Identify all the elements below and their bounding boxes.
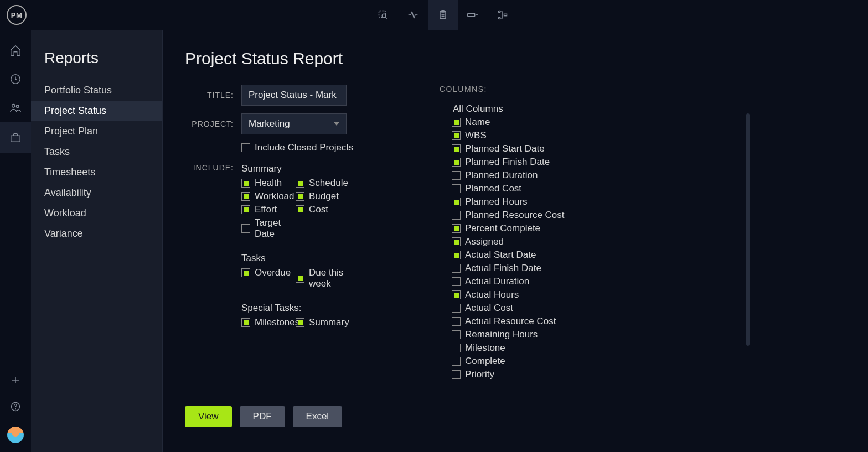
top-icons bbox=[368, 0, 518, 30]
svg-point-10 bbox=[499, 17, 500, 19]
col-label-planned-start-date: Planned Start Date bbox=[465, 143, 545, 154]
clock-icon[interactable] bbox=[9, 72, 22, 86]
checkbox-col-planned-start-date[interactable] bbox=[452, 144, 461, 153]
label-project: PROJECT: bbox=[185, 120, 234, 128]
svg-line-2 bbox=[385, 17, 387, 18]
checkbox-col-planned-resource-cost[interactable] bbox=[452, 211, 461, 220]
columns-panel: COLUMNS: All Columns NameWBSPlanned Star… bbox=[440, 85, 611, 382]
col-label-assigned: Assigned bbox=[465, 236, 504, 247]
checkbox-cost[interactable] bbox=[296, 205, 304, 214]
checkbox-col-priority[interactable] bbox=[452, 370, 461, 379]
title-input[interactable] bbox=[241, 85, 347, 106]
col-label-complete: Complete bbox=[465, 356, 505, 367]
include-closed-label: Include Closed Projects bbox=[255, 142, 354, 153]
clipboard-icon[interactable] bbox=[428, 0, 458, 30]
checkbox-col-planned-duration[interactable] bbox=[452, 171, 461, 180]
help-icon[interactable] bbox=[9, 400, 22, 413]
checkbox-col-name[interactable] bbox=[452, 118, 461, 127]
checkbox-overdue[interactable] bbox=[241, 268, 250, 277]
col-label-planned-duration: Planned Duration bbox=[465, 170, 538, 181]
columns-scrollbar[interactable] bbox=[746, 113, 750, 346]
sidebar-item-workload[interactable]: Workload bbox=[31, 203, 162, 224]
view-button[interactable]: View bbox=[185, 406, 232, 427]
page-heading: Project Status Report bbox=[185, 49, 846, 68]
checkbox-all-columns[interactable] bbox=[440, 105, 448, 113]
checkbox-include-closed[interactable] bbox=[241, 143, 250, 152]
checkbox-col-actual-duration[interactable] bbox=[452, 277, 461, 286]
checkbox-col-actual-hours[interactable] bbox=[452, 290, 461, 299]
sidebar-item-availability[interactable]: Availability bbox=[31, 183, 162, 203]
pulse-icon[interactable] bbox=[398, 0, 428, 30]
checkbox-effort[interactable] bbox=[241, 205, 250, 214]
app-logo: PM bbox=[7, 5, 27, 25]
col-label-planned-finish-date: Planned Finish Date bbox=[465, 157, 550, 168]
tasks-title: Tasks bbox=[241, 253, 373, 264]
all-columns-label: All Columns bbox=[453, 103, 503, 115]
checkbox-milestones[interactable] bbox=[241, 318, 250, 327]
col-label-remaining-hours: Remaining Hours bbox=[465, 329, 538, 340]
project-value: Marketing bbox=[249, 118, 290, 129]
chevron-down-icon bbox=[334, 122, 339, 126]
checkbox-col-planned-cost[interactable] bbox=[452, 184, 461, 193]
nav-rail bbox=[0, 30, 31, 452]
sidebar: Reports Portfolio StatusProject StatusPr… bbox=[31, 30, 163, 452]
project-select[interactable]: Marketing bbox=[241, 113, 347, 134]
columns-label: COLUMNS: bbox=[440, 85, 611, 93]
checkbox-col-planned-hours[interactable] bbox=[452, 198, 461, 206]
checkbox-budget[interactable] bbox=[296, 192, 304, 201]
col-label-milestone: Milestone bbox=[465, 342, 505, 354]
summary-title: Summary bbox=[241, 163, 373, 174]
flow-icon[interactable] bbox=[488, 0, 518, 30]
label-include: INCLUDE: bbox=[185, 163, 234, 172]
topbar: PM bbox=[0, 0, 868, 30]
checkbox-due-this-week[interactable] bbox=[296, 274, 304, 283]
tag-icon[interactable] bbox=[458, 0, 488, 30]
label-title: TITLE: bbox=[185, 91, 234, 100]
checkbox-schedule[interactable] bbox=[296, 179, 304, 188]
content: Project Status Report TITLE: PROJECT: Ma… bbox=[163, 30, 868, 452]
sidebar-item-timesheets[interactable]: Timesheets bbox=[31, 162, 162, 183]
col-label-planned-resource-cost: Planned Resource Cost bbox=[465, 210, 565, 221]
sidebar-item-project-plan[interactable]: Project Plan bbox=[31, 121, 162, 142]
svg-point-9 bbox=[499, 11, 500, 13]
sidebar-item-project-status[interactable]: Project Status bbox=[31, 101, 162, 121]
checkbox-col-percent-complete[interactable] bbox=[452, 224, 461, 233]
briefcase-icon[interactable] bbox=[0, 122, 31, 153]
svg-point-14 bbox=[16, 105, 19, 108]
col-label-percent-complete: Percent Complete bbox=[465, 223, 540, 234]
label-milestones: Milestones bbox=[255, 317, 299, 328]
col-label-actual-finish-date: Actual Finish Date bbox=[465, 263, 541, 274]
checkbox-col-complete[interactable] bbox=[452, 357, 461, 366]
label-summary: Summary bbox=[309, 317, 349, 328]
label-workload: Workload bbox=[255, 191, 294, 202]
checkbox-col-actual-resource-cost[interactable] bbox=[452, 317, 461, 326]
checkbox-col-actual-finish-date[interactable] bbox=[452, 264, 461, 273]
sidebar-item-tasks[interactable]: Tasks bbox=[31, 142, 162, 162]
sidebar-item-variance[interactable]: Variance bbox=[31, 224, 162, 244]
checkbox-col-assigned[interactable] bbox=[452, 237, 461, 246]
col-label-planned-hours: Planned Hours bbox=[465, 196, 527, 207]
excel-button[interactable]: Excel bbox=[293, 406, 343, 427]
checkbox-col-wbs[interactable] bbox=[452, 131, 461, 140]
svg-point-13 bbox=[12, 105, 15, 108]
pdf-button[interactable]: PDF bbox=[240, 406, 285, 427]
team-icon[interactable] bbox=[9, 101, 22, 115]
svg-rect-7 bbox=[468, 13, 475, 17]
checkbox-summary[interactable] bbox=[296, 318, 304, 327]
label-target-date: Target Date bbox=[255, 217, 291, 240]
avatar[interactable] bbox=[7, 427, 24, 443]
checkbox-col-actual-start-date[interactable] bbox=[452, 251, 461, 259]
sidebar-item-portfolio-status[interactable]: Portfolio Status bbox=[31, 80, 162, 101]
checkbox-workload[interactable] bbox=[241, 192, 250, 201]
col-label-name: Name bbox=[465, 117, 490, 128]
checkbox-col-remaining-hours[interactable] bbox=[452, 330, 461, 339]
plus-icon[interactable] bbox=[9, 373, 22, 387]
checkbox-health[interactable] bbox=[241, 179, 250, 188]
col-label-priority: Priority bbox=[465, 369, 494, 380]
checkbox-target-date[interactable] bbox=[241, 224, 250, 233]
home-icon[interactable] bbox=[9, 44, 22, 57]
checkbox-col-milestone[interactable] bbox=[452, 344, 461, 352]
search-zoom-icon[interactable] bbox=[368, 0, 398, 30]
checkbox-col-planned-finish-date[interactable] bbox=[452, 158, 461, 167]
checkbox-col-actual-cost[interactable] bbox=[452, 304, 461, 313]
